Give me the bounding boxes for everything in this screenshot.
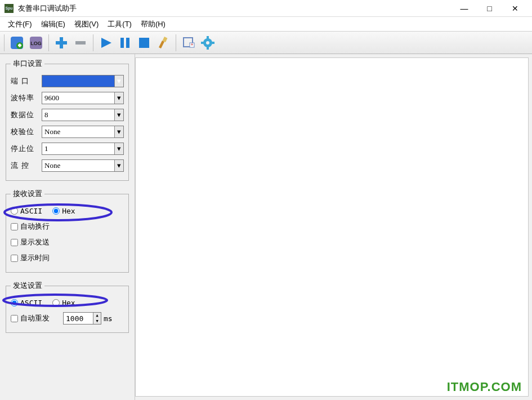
serial-settings-group: 串口设置 端 口 ▾ 波特率 9600▾ 数据位 8▾ 校验位 bbox=[6, 59, 129, 181]
side-panel: 串口设置 端 口 ▾ 波特率 9600▾ 数据位 8▾ 校验位 bbox=[0, 54, 135, 400]
port-label: 端 口 bbox=[11, 76, 42, 86]
svg-rect-22 bbox=[207, 47, 209, 50]
flow-select[interactable]: None▾ bbox=[42, 159, 124, 172]
log-icon[interactable]: LOG bbox=[28, 34, 44, 51]
minimize-button[interactable]: — bbox=[451, 0, 477, 17]
stop-icon[interactable] bbox=[136, 34, 153, 51]
menu-help[interactable]: 帮助(H) bbox=[136, 19, 170, 29]
titlebar: Spu 友善串口调试助手 — □ ✕ bbox=[0, 0, 532, 17]
menu-view[interactable]: 视图(V) bbox=[70, 19, 103, 29]
brush-icon[interactable] bbox=[155, 34, 172, 51]
data-bits-label: 数据位 bbox=[11, 110, 42, 120]
recv-ascii-radio[interactable]: ASCII bbox=[11, 207, 42, 215]
recv-showtime-check[interactable]: 显示时间 bbox=[11, 253, 50, 263]
maximize-button[interactable]: □ bbox=[477, 0, 502, 17]
svg-rect-10 bbox=[120, 38, 124, 48]
output-area[interactable] bbox=[135, 57, 529, 397]
recv-showsend-check[interactable]: 显示发送 bbox=[11, 237, 50, 247]
svg-marker-9 bbox=[101, 38, 111, 48]
toolbar: LOG bbox=[0, 32, 532, 54]
menubar: 文件(F) 编辑(E) 视图(V) 工具(T) 帮助(H) bbox=[0, 17, 532, 32]
send-settings-group: 发送设置 ASCII Hex 自动重发 1000 ▲▼ ms bbox=[6, 281, 129, 333]
menu-tools[interactable]: 工具(T) bbox=[103, 19, 136, 29]
svg-rect-8 bbox=[75, 41, 86, 45]
stop-bits-label: 停止位 bbox=[11, 144, 42, 154]
receive-settings-group: 接收设置 ASCII Hex 自动换行 显示发送 bbox=[6, 189, 129, 273]
add-port-icon[interactable] bbox=[8, 34, 25, 51]
recv-hex-radio[interactable]: Hex bbox=[52, 207, 75, 215]
pause-icon[interactable] bbox=[117, 34, 133, 51]
data-bits-select[interactable]: 8▾ bbox=[42, 109, 124, 121]
minus-icon[interactable] bbox=[72, 34, 89, 51]
interval-spinner[interactable]: 1000 ▲▼ bbox=[63, 312, 101, 325]
send-autorepeat-check[interactable]: 自动重发 bbox=[11, 313, 50, 323]
svg-rect-23 bbox=[201, 42, 204, 44]
svg-rect-24 bbox=[212, 42, 214, 44]
port-select[interactable]: ▾ bbox=[42, 75, 124, 87]
baud-select[interactable]: 9600▾ bbox=[42, 92, 124, 104]
play-icon[interactable] bbox=[97, 34, 114, 51]
parity-label: 校验位 bbox=[11, 127, 42, 137]
plus-icon[interactable] bbox=[53, 34, 70, 51]
watermark: ITMOP.COM bbox=[447, 380, 522, 394]
svg-rect-11 bbox=[126, 38, 129, 48]
svg-point-20 bbox=[206, 41, 209, 45]
flow-label: 流 控 bbox=[11, 161, 42, 171]
send-legend: 发送设置 bbox=[11, 281, 44, 291]
parity-select[interactable]: None▾ bbox=[42, 126, 124, 138]
send-ascii-radio[interactable]: ASCII bbox=[11, 299, 42, 307]
app-icon: Spu bbox=[5, 4, 14, 13]
svg-rect-3 bbox=[19, 43, 21, 47]
recv-legend: 接收设置 bbox=[11, 189, 44, 199]
serial-legend: 串口设置 bbox=[11, 59, 44, 69]
window-title: 友善串口调试助手 bbox=[18, 3, 451, 14]
close-button[interactable]: ✕ bbox=[502, 0, 527, 17]
svg-rect-18 bbox=[191, 43, 193, 45]
send-hex-radio[interactable]: Hex bbox=[52, 299, 75, 307]
svg-rect-21 bbox=[207, 36, 209, 39]
svg-rect-7 bbox=[56, 41, 67, 45]
menu-file[interactable]: 文件(F) bbox=[3, 19, 37, 29]
stop-bits-select[interactable]: 1▾ bbox=[42, 143, 124, 155]
new-window-icon[interactable] bbox=[180, 34, 197, 51]
svg-rect-12 bbox=[139, 38, 149, 48]
menu-edit[interactable]: 编辑(E) bbox=[37, 19, 70, 29]
interval-unit: ms bbox=[104, 314, 113, 323]
svg-text:LOG: LOG bbox=[30, 41, 42, 46]
svg-marker-13 bbox=[159, 41, 164, 48]
gear-icon[interactable] bbox=[199, 34, 216, 51]
recv-autowrap-check[interactable]: 自动换行 bbox=[11, 221, 50, 232]
baud-label: 波特率 bbox=[11, 93, 42, 103]
